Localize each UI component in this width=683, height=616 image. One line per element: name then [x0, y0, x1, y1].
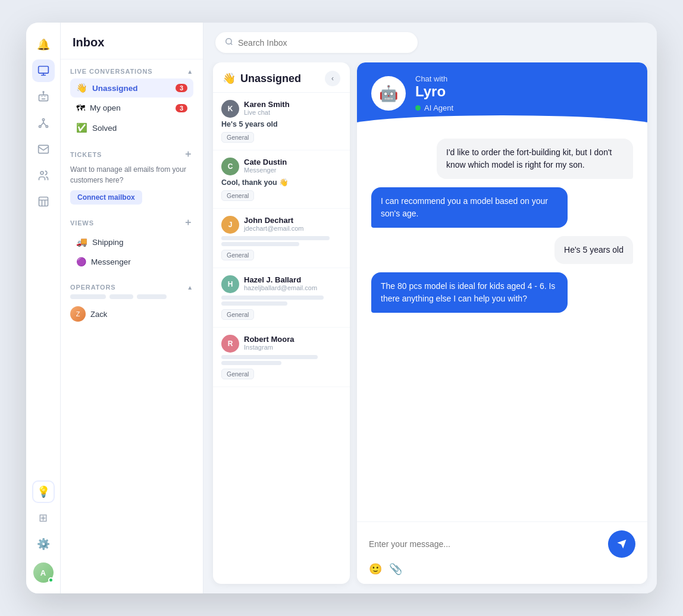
conv-name-robert: Robert Moora [244, 335, 342, 344]
conv-preview-lines-robert [221, 355, 342, 365]
nav-lightbulb-icon[interactable]: 💡 [32, 480, 55, 503]
send-button[interactable] [608, 530, 635, 558]
sidebar-header: Inbox [61, 23, 203, 59]
conv-item-robert[interactable]: R Robert Moora Instagram General [213, 328, 350, 387]
conv-avatar-robert: R [221, 335, 239, 353]
conv-channel-hazel: hazeljballard@email.com [244, 284, 342, 291]
conv-panel-heading: Unassigned [240, 73, 301, 85]
messages-area: I'd like to order the fort-building kit,… [357, 127, 647, 521]
sidebar-item-myopen[interactable]: 🗺 My open 3 [70, 99, 193, 117]
chat-with-label: Chat with [415, 74, 453, 83]
views-label: VIEWS ＋ [70, 216, 193, 229]
svg-rect-8 [39, 197, 48, 206]
conv-avatar-karen: K [221, 100, 239, 118]
operators-placeholder [70, 294, 193, 299]
operators-chevron[interactable]: ▲ [187, 284, 193, 291]
panels-row: 👋 Unassigned ‹ K Karen Smith Live chat [203, 62, 657, 593]
content-area: 👋 Unassigned ‹ K Karen Smith Live chat [203, 23, 657, 593]
live-conversations-label: LIVE CONVERSATIONS ▲ [70, 68, 193, 75]
connect-mailbox-button[interactable]: Connect mailbox [70, 190, 142, 205]
conv-name-john: John Dechart [244, 216, 342, 225]
main-sidebar: Inbox LIVE CONVERSATIONS ▲ 👋 Unassigned … [61, 23, 203, 593]
tickets-add-btn[interactable]: ＋ [183, 148, 193, 161]
unassigned-icon: 👋 [76, 83, 87, 93]
message-4: The 80 pcs model is ideal for kids aged … [371, 272, 568, 313]
conv-item-karen[interactable]: K Karen Smith Live chat He's 5 years old… [213, 93, 350, 150]
sidebar-item-unassigned[interactable]: 👋 Unassigned 3 [70, 78, 193, 98]
connect-mailbox-text: Want to manage all emails from your cust… [70, 164, 193, 186]
conv-avatar-john: J [221, 216, 239, 234]
conv-preview-lines-hazel [221, 296, 342, 306]
nav-chart-icon[interactable] [32, 190, 55, 213]
chat-input-area: 🙂 📎 [357, 521, 647, 584]
conv-list: K Karen Smith Live chat He's 5 years old… [213, 93, 350, 584]
user-avatar[interactable]: A [33, 562, 54, 583]
operators-section: OPERATORS ▲ Z Zack [61, 278, 203, 330]
operators-label: OPERATORS ▲ [70, 284, 193, 291]
conv-channel-john: jdechart@email.com [244, 225, 342, 232]
nav-settings-icon[interactable]: ⚙️ [32, 533, 55, 555]
myopen-badge: 3 [176, 104, 187, 112]
nav-network-icon[interactable] [32, 112, 55, 134]
conv-tag-john: General [221, 250, 254, 260]
search-icon [225, 37, 233, 48]
collapse-panel-btn[interactable]: ‹ [325, 71, 340, 86]
sidebar-item-solved[interactable]: ✅ Solved [70, 118, 193, 137]
chat-input[interactable] [369, 539, 602, 549]
search-input[interactable] [238, 38, 408, 48]
conv-channel-robert: Instagram [244, 344, 342, 351]
nav-mail-icon[interactable] [32, 138, 55, 161]
operator-zack[interactable]: Z Zack [70, 304, 193, 324]
conv-panel-title: 👋 Unassigned [223, 72, 301, 85]
shipping-icon: 🚚 [76, 237, 87, 247]
conv-preview-karen: He's 5 years old [221, 120, 342, 128]
nav-bot-icon[interactable] [32, 86, 55, 108]
views-section: VIEWS ＋ 🚚 Shipping 🟣 Messenger [61, 210, 203, 278]
chat-panel: 🤖 Chat with Lyro AI Agent [357, 62, 647, 584]
conv-avatar-hazel: H [221, 275, 239, 293]
chat-wave-decor [357, 115, 647, 127]
app-container: 🔔 [26, 23, 657, 593]
conv-info-karen: Karen Smith Live chat [244, 100, 342, 118]
ai-status-dot [415, 105, 421, 111]
svg-point-9 [226, 39, 231, 44]
live-conversations-section: LIVE CONVERSATIONS ▲ 👋 Unassigned 3 🗺 My… [61, 59, 203, 142]
conv-tag-cate: General [221, 190, 254, 201]
message-2: I can recommend you a model based on you… [371, 187, 568, 228]
sidebar-item-shipping[interactable]: 🚚 Shipping [70, 232, 193, 252]
emoji-icon[interactable]: 🙂 [369, 562, 382, 576]
sidebar-title: Inbox [73, 36, 191, 49]
messenger-icon: 🟣 [76, 257, 86, 266]
nav-inbox-icon[interactable] [32, 59, 55, 82]
conv-tag-karen: General [221, 132, 254, 143]
svg-rect-1 [39, 95, 48, 101]
svg-rect-0 [38, 67, 48, 74]
conv-item-cate[interactable]: C Cate Dustin Messenger Cool, thank you … [213, 150, 350, 209]
chat-bot-name: Lyro [415, 83, 453, 100]
conv-avatar-cate: C [221, 158, 239, 175]
solved-icon: ✅ [76, 122, 87, 133]
views-add-btn[interactable]: ＋ [183, 216, 193, 229]
lyro-avatar: 🤖 [371, 76, 406, 111]
operator-zack-avatar: Z [70, 306, 86, 322]
conv-panel-header: 👋 Unassigned ‹ [213, 62, 350, 93]
search-bar-area [203, 23, 657, 62]
svg-rect-6 [38, 145, 48, 153]
tickets-label: TICKETS ＋ [70, 148, 193, 161]
conv-channel-cate: Messenger [244, 166, 342, 174]
nav-bell-icon[interactable]: 🔔 [32, 33, 55, 56]
unassigned-badge: 3 [176, 84, 187, 92]
nav-grid-icon[interactable]: ⊞ [32, 507, 55, 529]
tickets-section: TICKETS ＋ Want to manage all emails from… [61, 142, 203, 210]
conv-preview-lines-john [221, 236, 342, 246]
conv-item-hazel[interactable]: H Hazel J. Ballard hazeljballard@email.c… [213, 268, 350, 328]
live-conversations-chevron[interactable]: ▲ [187, 68, 193, 75]
conv-item-john[interactable]: J John Dechart jdechart@email.com Genera… [213, 209, 350, 268]
attachment-icon[interactable]: 📎 [389, 562, 402, 576]
conv-channel-karen: Live chat [244, 109, 342, 116]
conv-name-hazel: Hazel J. Ballard [244, 275, 342, 284]
nav-people-icon[interactable] [32, 164, 55, 187]
sidebar-item-messenger[interactable]: 🟣 Messenger [70, 253, 193, 271]
message-3: He's 5 years old [554, 236, 633, 264]
myopen-icon: 🗺 [76, 103, 85, 113]
